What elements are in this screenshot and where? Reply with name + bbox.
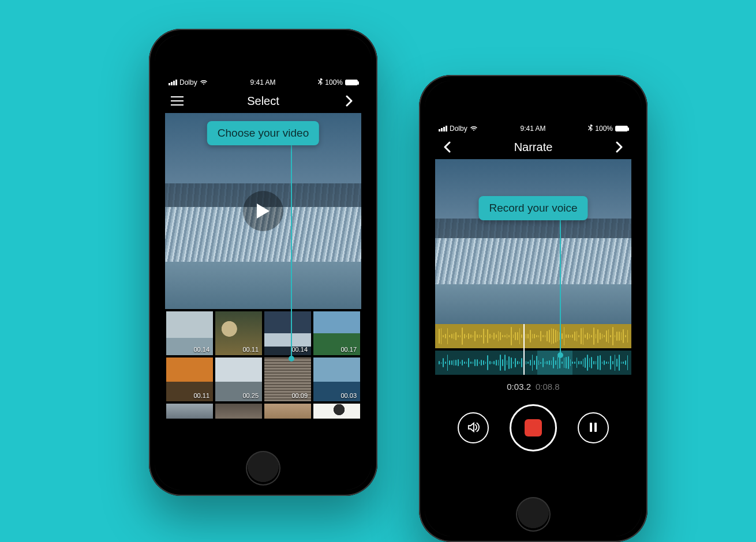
phone-bezel: Dolby 9:41 AM 100% [155,35,372,490]
hamburger-icon [171,96,184,106]
thumb-duration: 00.09 [291,392,308,399]
nav-title: Select [247,95,279,108]
pause-icon [589,422,598,434]
next-button[interactable] [340,92,358,110]
callout-text: Record your voice [489,202,577,214]
waveform [435,351,631,375]
thumb-duration: 00.03 [340,392,357,399]
video-thumbnail[interactable]: 00.03 [313,357,360,401]
thumb-duration: 00.11 [193,392,209,399]
nav-title: Narrate [514,141,553,154]
record-stop-button[interactable] [510,404,557,451]
thumb-duration: 00.14 [193,346,209,353]
callout-choose-video: Choose your video [207,121,319,145]
wifi-icon [470,126,478,131]
recording-controls [435,396,631,455]
nav-bar: Select [165,89,361,113]
thumb-duration: 00.25 [242,392,259,399]
phone-frame-select: Dolby 9:41 AM 100% [149,29,377,496]
battery-percent-label: 100% [325,78,343,86]
callout-connector-line [291,140,292,359]
audio-track-narration[interactable] [435,351,631,375]
signal-bars-icon [439,126,447,131]
svg-rect-0 [590,423,592,432]
menu-button[interactable] [169,92,186,110]
thumb-duration: 00.14 [291,346,308,353]
svg-rect-1 [594,423,597,432]
video-thumbnail[interactable] [313,404,360,419]
clock-label: 9:41 AM [481,125,585,133]
battery-icon [615,126,628,131]
video-preview: Choose your video [165,113,361,309]
callout-connector-line [560,220,561,355]
video-thumbnail[interactable]: 00.11 [215,311,262,355]
callout-connector-dot [557,352,563,358]
callout-record-voice: Record your voice [478,196,587,220]
video-thumbnail[interactable]: 00.17 [313,311,360,355]
video-preview[interactable]: Record your voice [435,159,631,324]
video-thumbnail-grid: 00.14 00.11 00.14 00.17 00.11 00.25 00.0… [165,309,361,438]
home-button[interactable] [516,497,551,532]
status-bar: Dolby 9:41 AM 100% [435,122,631,135]
callout-connector-dot [289,356,294,362]
status-bar: Dolby 9:41 AM 100% [165,76,361,89]
stop-icon [525,419,542,436]
video-thumbnail[interactable]: 00.11 [166,357,213,401]
video-thumbnail[interactable]: 00.14 [166,311,213,355]
wifi-icon [200,80,208,85]
video-thumbnail[interactable] [215,404,262,419]
signal-bars-icon [169,80,177,85]
thumb-duration: 00.17 [340,346,357,353]
video-thumbnail[interactable]: 00.25 [215,357,262,401]
next-button[interactable] [611,138,628,156]
thumb-row: 00.11 00.25 00.09 00.03 [165,357,361,401]
audio-timeline[interactable] [435,324,631,375]
nav-bar: Narrate [435,135,631,159]
clock-label: 9:41 AM [211,78,315,86]
phone-frame-narrate: Dolby 9:41 AM 100% [419,75,648,542]
bluetooth-icon [588,125,593,133]
bluetooth-icon [318,78,323,86]
speaker-icon [467,421,480,435]
video-thumbnail[interactable]: 00.14 [264,311,311,355]
carrier-label: Dolby [179,78,197,86]
play-button[interactable] [243,191,283,231]
waveform [435,324,631,348]
time-total: 0:08.8 [536,382,560,392]
audio-track-original[interactable] [435,324,631,348]
volume-button[interactable] [458,412,489,443]
phone-bezel: Dolby 9:41 AM 100% [425,81,642,536]
screen-narrate: Dolby 9:41 AM 100% [435,122,631,484]
carrier-label: Dolby [450,125,467,133]
thumb-duration: 00.11 [242,346,259,353]
thumb-row: 00.14 00.11 00.14 00.17 [165,311,361,355]
video-thumbnail[interactable] [264,404,311,419]
timecode-display: 0:03.2 0:08.8 [435,375,631,396]
back-button[interactable] [439,138,456,156]
callout-text: Choose your video [218,127,309,139]
screen-select: Dolby 9:41 AM 100% [165,76,361,438]
time-current: 0:03.2 [507,382,531,392]
battery-icon [345,80,358,85]
pause-button[interactable] [578,412,609,443]
battery-percent-label: 100% [595,125,613,133]
thumb-row-partial [165,404,361,419]
home-button[interactable] [246,451,280,485]
video-thumbnail[interactable]: 00.09 [264,357,311,401]
playhead[interactable] [523,324,525,375]
video-thumbnail[interactable] [166,404,213,419]
